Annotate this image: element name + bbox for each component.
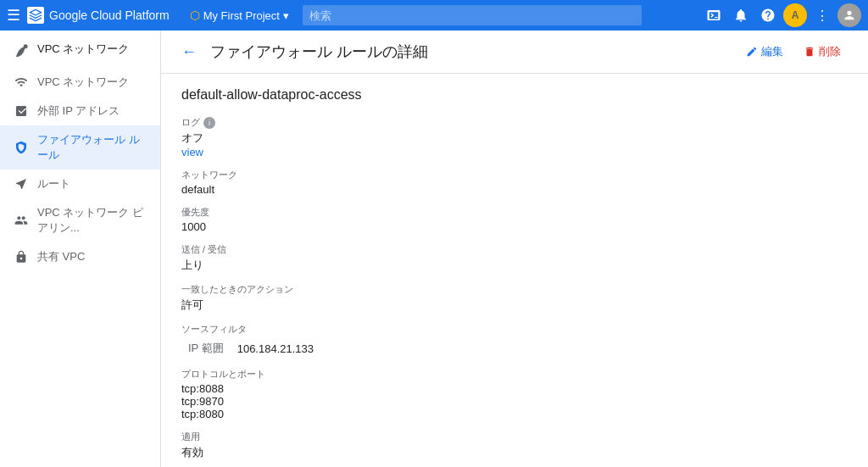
edit-icon bbox=[746, 46, 758, 58]
detail-action: 一致したときのアクション 許可 bbox=[181, 283, 848, 313]
main-header: ← ファイアウォール ルールの詳細 編集 削除 bbox=[161, 31, 868, 74]
protocol-values: tcp:8088tcp:9870tcp:8080 bbox=[181, 382, 848, 420]
avatar[interactable]: A bbox=[783, 3, 807, 27]
detail-network: ネットワーク default bbox=[181, 169, 848, 196]
nav-left: ☰ Google Cloud Platform ⬡ My First Proje… bbox=[7, 6, 289, 25]
log-info-icon[interactable]: i bbox=[203, 117, 215, 129]
sidebar-item-vpc-network[interactable]: VPC ネットワーク bbox=[0, 68, 160, 97]
direction-value: 上り bbox=[181, 258, 848, 273]
network-label: ネットワーク bbox=[181, 169, 848, 181]
chevron-down-icon: ▾ bbox=[283, 9, 289, 22]
delete-button[interactable]: 削除 bbox=[797, 41, 848, 63]
action-value: 許可 bbox=[181, 297, 848, 313]
source-filter-label: ソースフィルタ bbox=[181, 323, 848, 336]
apply-value: 有効 bbox=[181, 445, 848, 460]
detail-log: ログ i オフ view bbox=[181, 116, 848, 158]
source-value: 106.184.21.133 bbox=[237, 339, 327, 358]
user-avatar[interactable] bbox=[837, 3, 861, 27]
sidebar-item-label: VPC ネットワーク bbox=[37, 75, 129, 90]
detail-apply: 適用 有効 bbox=[181, 431, 848, 460]
main-layout: VPC ネットワーク VPC ネットワーク 外部 IP アドレス ファイアウォー… bbox=[0, 31, 868, 467]
sidebar-item-shared-vpc[interactable]: 共有 VPC bbox=[0, 242, 160, 271]
header-actions: 編集 削除 bbox=[739, 41, 848, 63]
sidebar-item-label: ルート bbox=[37, 176, 70, 192]
delete-label: 削除 bbox=[819, 44, 841, 59]
protocol-value: tcp:9870 bbox=[181, 395, 848, 408]
delete-icon bbox=[804, 46, 815, 58]
source-filter-table: IP 範囲106.184.21.133 bbox=[181, 339, 848, 358]
priority-label: 優先度 bbox=[181, 206, 848, 219]
detail-priority: 優先度 1000 bbox=[181, 206, 848, 233]
help-icon[interactable] bbox=[756, 3, 780, 27]
project-name: My First Project bbox=[203, 9, 280, 22]
log-value: オフ bbox=[181, 131, 848, 146]
project-selector[interactable]: ⬡ My First Project ▾ bbox=[190, 8, 289, 22]
detail-direction: 送信 / 受信 上り bbox=[181, 243, 848, 273]
app-name: Google Cloud Platform bbox=[49, 8, 170, 22]
apply-label: 適用 bbox=[181, 431, 848, 443]
sidebar-item-label: 共有 VPC bbox=[37, 249, 85, 264]
priority-value: 1000 bbox=[181, 220, 848, 233]
notifications-icon[interactable] bbox=[729, 3, 753, 27]
network-value: default bbox=[181, 183, 848, 196]
protocols-label: プロトコルとポート bbox=[181, 368, 848, 381]
sidebar-item-external-ip[interactable]: 外部 IP アドレス bbox=[0, 97, 160, 125]
back-button[interactable]: ← bbox=[181, 43, 197, 61]
sidebar-item-routes[interactable]: ルート bbox=[0, 170, 160, 198]
search-input[interactable] bbox=[303, 5, 642, 25]
vpc-network-header-icon bbox=[14, 41, 31, 58]
search-bar bbox=[303, 5, 688, 25]
detail-protocols: プロトコルとポート tcp:8088tcp:9870tcp:8080 bbox=[181, 368, 848, 420]
sidebar-header: VPC ネットワーク bbox=[0, 31, 160, 68]
shared-vpc-icon bbox=[14, 249, 29, 264]
log-view-link[interactable]: view bbox=[181, 146, 203, 158]
svg-point-0 bbox=[24, 44, 28, 48]
protocol-value: tcp:8080 bbox=[181, 408, 848, 420]
direction-label: 送信 / 受信 bbox=[181, 243, 848, 256]
more-options-icon[interactable]: ⋮ bbox=[810, 3, 834, 27]
sidebar-item-label: ファイアウォール ルール bbox=[37, 132, 147, 163]
action-label: 一致したときのアクション bbox=[181, 283, 848, 296]
external-ip-icon bbox=[14, 103, 29, 119]
routes-icon bbox=[14, 176, 29, 192]
page-title: ファイアウォール ルールの詳細 bbox=[210, 42, 726, 62]
sidebar-item-label: VPC ネットワーク ピアリン... bbox=[37, 205, 147, 236]
edit-button[interactable]: 編集 bbox=[739, 41, 790, 63]
edit-label: 編集 bbox=[761, 44, 783, 59]
sidebar: VPC ネットワーク VPC ネットワーク 外部 IP アドレス ファイアウォー… bbox=[0, 31, 161, 467]
gcp-logo: Google Cloud Platform bbox=[27, 7, 170, 24]
nav-right: A ⋮ bbox=[702, 3, 861, 27]
detail-content: default-allow-dataproc-access ログ i オフ vi… bbox=[161, 74, 868, 467]
source-type: IP 範囲 bbox=[181, 339, 237, 358]
protocol-value: tcp:8088 bbox=[181, 382, 848, 395]
sidebar-item-label: 外部 IP アドレス bbox=[37, 103, 120, 119]
vpc-peering-icon bbox=[14, 213, 29, 228]
source-filter-row: IP 範囲106.184.21.133 bbox=[181, 339, 327, 358]
log-label: ログ i bbox=[181, 116, 848, 129]
top-navigation: ☰ Google Cloud Platform ⬡ My First Proje… bbox=[0, 0, 868, 31]
vpc-network-icon bbox=[14, 75, 29, 90]
cloud-shell-icon[interactable] bbox=[702, 3, 726, 27]
resource-name: default-allow-dataproc-access bbox=[181, 87, 848, 103]
gcp-logo-icon bbox=[27, 7, 44, 24]
main-content: ← ファイアウォール ルールの詳細 編集 削除 default-allow-da… bbox=[161, 31, 868, 467]
hamburger-menu[interactable]: ☰ bbox=[7, 6, 20, 25]
detail-source-filter: ソースフィルタ IP 範囲106.184.21.133 bbox=[181, 323, 848, 358]
sidebar-item-firewall-rules[interactable]: ファイアウォール ルール bbox=[0, 125, 160, 170]
firewall-rules-icon bbox=[14, 140, 29, 155]
project-icon: ⬡ bbox=[190, 8, 200, 22]
sidebar-item-vpc-peering[interactable]: VPC ネットワーク ピアリン... bbox=[0, 198, 160, 242]
sidebar-header-label: VPC ネットワーク bbox=[37, 42, 129, 57]
